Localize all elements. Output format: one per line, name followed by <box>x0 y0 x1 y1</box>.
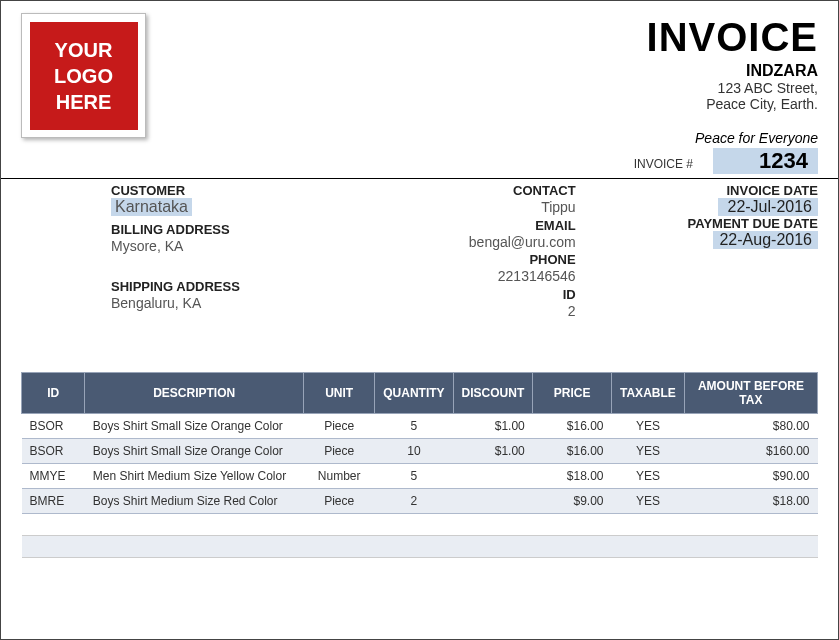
invoice-date-value: 22-Jul-2016 <box>718 198 818 216</box>
cell-price: $16.00 <box>533 414 612 439</box>
header: YOUR LOGO HERE INVOICE INDZARA 123 ABC S… <box>1 1 838 146</box>
shipping-label: SHIPPING ADDRESS <box>111 279 343 294</box>
invoice-page: YOUR LOGO HERE INVOICE INDZARA 123 ABC S… <box>0 0 839 640</box>
line-items-table-wrap: ID DESCRIPTION UNIT QUANTITY DISCOUNT PR… <box>1 366 838 558</box>
cell-disc <box>453 464 533 489</box>
logo-placeholder: YOUR LOGO HERE <box>21 13 146 138</box>
cell-tax: YES <box>612 489 685 514</box>
company-address-line: 123 ABC Street, <box>647 80 818 96</box>
cell-price: $18.00 <box>533 464 612 489</box>
cell-disc: $1.00 <box>453 414 533 439</box>
customer-column: CUSTOMER Karnataka BILLING ADDRESS Mysor… <box>21 183 343 321</box>
col-amount: AMOUNT BEFORE TAX <box>684 373 817 414</box>
invoice-number-row: INVOICE # 1234 <box>1 146 838 176</box>
col-desc: DESCRIPTION <box>85 373 304 414</box>
cell-id: BMRE <box>22 489 85 514</box>
col-id: ID <box>22 373 85 414</box>
cell-qty: 10 <box>375 439 453 464</box>
billing-label: BILLING ADDRESS <box>111 222 343 237</box>
cell-unit: Piece <box>304 414 375 439</box>
cell-qty: 5 <box>375 464 453 489</box>
customer-name: Karnataka <box>111 198 192 216</box>
company-address-line: Peace City, Earth. <box>647 96 818 112</box>
cell-disc: $1.00 <box>453 439 533 464</box>
cell-id: MMYE <box>22 464 85 489</box>
cell-amount: $18.00 <box>684 489 817 514</box>
col-disc: DISCOUNT <box>453 373 533 414</box>
cell-id: BSOR <box>22 414 85 439</box>
email-label: EMAIL <box>343 218 575 233</box>
company-tagline: Peace for Everyone <box>647 130 818 146</box>
table-row-empty <box>22 514 818 536</box>
cell-qty: 2 <box>375 489 453 514</box>
invoice-title: INVOICE <box>647 15 818 60</box>
logo-text: YOUR LOGO HERE <box>30 22 138 130</box>
phone-label: PHONE <box>343 252 575 267</box>
logo-line: YOUR <box>54 37 113 63</box>
cell-unit: Piece <box>304 489 375 514</box>
cell-tax: YES <box>612 414 685 439</box>
col-qty: QUANTITY <box>375 373 453 414</box>
invoice-number-label: INVOICE # <box>634 157 693 171</box>
cell-amount: $90.00 <box>684 464 817 489</box>
invoice-number-value: 1234 <box>713 148 818 174</box>
table-row: MMYEMen Shirt Medium Size Yellow ColorNu… <box>22 464 818 489</box>
cell-desc: Men Shirt Medium Size Yellow Color <box>85 464 304 489</box>
email-value: bengal@uru.com <box>343 233 575 253</box>
due-date-label: PAYMENT DUE DATE <box>586 216 818 231</box>
logo-line: HERE <box>54 89 113 115</box>
col-tax: TAXABLE <box>612 373 685 414</box>
id-value: 2 <box>343 302 575 322</box>
cell-desc: Boys Shirt Medium Size Red Color <box>85 489 304 514</box>
cell-id: BSOR <box>22 439 85 464</box>
cell-price: $9.00 <box>533 489 612 514</box>
phone-value: 2213146546 <box>343 267 575 287</box>
cell-desc: Boys Shirt Small Size Orange Color <box>85 439 304 464</box>
invoice-date-label: INVOICE DATE <box>586 183 818 198</box>
cell-unit: Number <box>304 464 375 489</box>
cell-amount: $80.00 <box>684 414 817 439</box>
col-price: PRICE <box>533 373 612 414</box>
cell-qty: 5 <box>375 414 453 439</box>
customer-label: CUSTOMER <box>111 183 343 198</box>
cell-desc: Boys Shirt Small Size Orange Color <box>85 414 304 439</box>
table-header-row: ID DESCRIPTION UNIT QUANTITY DISCOUNT PR… <box>22 373 818 414</box>
cell-disc <box>453 489 533 514</box>
col-unit: UNIT <box>304 373 375 414</box>
cell-tax: YES <box>612 464 685 489</box>
divider <box>1 178 838 179</box>
cell-amount: $160.00 <box>684 439 817 464</box>
company-block: INVOICE INDZARA 123 ABC Street, Peace Ci… <box>647 13 818 146</box>
table-row-empty <box>22 536 818 558</box>
contact-label: CONTACT <box>343 183 575 198</box>
table-row: BSORBoys Shirt Small Size Orange ColorPi… <box>22 439 818 464</box>
due-date-value: 22-Aug-2016 <box>713 231 818 249</box>
company-name: INDZARA <box>647 62 818 80</box>
table-row: BSORBoys Shirt Small Size Orange ColorPi… <box>22 414 818 439</box>
cell-price: $16.00 <box>533 439 612 464</box>
cell-unit: Piece <box>304 439 375 464</box>
id-label: ID <box>343 287 575 302</box>
dates-column: INVOICE DATE 22-Jul-2016 PAYMENT DUE DAT… <box>586 183 818 321</box>
billing-address: Mysore, KA <box>111 237 343 257</box>
contact-column: CONTACT Tippu EMAIL bengal@uru.com PHONE… <box>343 183 585 321</box>
line-items-table: ID DESCRIPTION UNIT QUANTITY DISCOUNT PR… <box>21 372 818 558</box>
cell-tax: YES <box>612 439 685 464</box>
contact-name: Tippu <box>343 198 575 218</box>
table-row: BMREBoys Shirt Medium Size Red ColorPiec… <box>22 489 818 514</box>
shipping-address: Bengaluru, KA <box>111 294 343 314</box>
info-section: CUSTOMER Karnataka BILLING ADDRESS Mysor… <box>1 183 838 321</box>
logo-line: LOGO <box>54 63 113 89</box>
